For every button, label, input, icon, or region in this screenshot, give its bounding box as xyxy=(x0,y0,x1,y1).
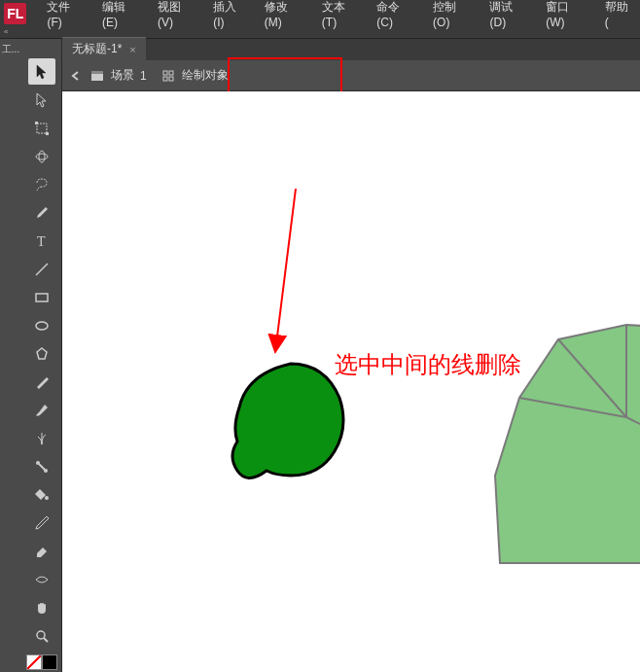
svg-rect-7 xyxy=(36,294,48,301)
eraser-tool[interactable] xyxy=(28,538,55,564)
tools-panel: T xyxy=(21,39,62,672)
menu-commands[interactable]: 命令(C) xyxy=(368,0,424,29)
document-tab[interactable]: 无标题-1* × xyxy=(62,37,146,60)
brush-tool[interactable] xyxy=(28,397,55,423)
annotation-highlight-box xyxy=(228,57,342,94)
svg-point-3 xyxy=(36,154,48,159)
stage-canvas[interactable]: 选中中间的线删除 xyxy=(62,91,640,672)
collapse-marker[interactable]: « xyxy=(4,27,8,36)
rectangle-tool[interactable] xyxy=(28,284,55,310)
menu-insert[interactable]: 插入(I) xyxy=(204,0,256,29)
annotation-arrow xyxy=(267,184,315,359)
svg-line-21 xyxy=(276,189,296,344)
svg-line-12 xyxy=(39,464,45,470)
text-tool[interactable]: T xyxy=(28,228,55,254)
menu-view[interactable]: 视图(V) xyxy=(149,0,204,29)
oval-tool[interactable] xyxy=(28,312,55,338)
menu-file[interactable]: 文件(F) xyxy=(38,0,92,29)
svg-rect-18 xyxy=(169,71,173,75)
svg-marker-9 xyxy=(37,348,47,359)
bone-tool[interactable] xyxy=(28,453,55,479)
menu-help[interactable]: 帮助( xyxy=(596,0,640,29)
lasso-tool[interactable] xyxy=(28,171,55,197)
back-arrow-icon[interactable] xyxy=(68,68,84,84)
stroke-swatch[interactable] xyxy=(26,654,42,670)
svg-rect-20 xyxy=(169,77,173,81)
polystar-tool[interactable] xyxy=(28,340,55,367)
green-polygon-shape[interactable] xyxy=(490,320,640,583)
3d-rotation-tool[interactable] xyxy=(28,143,55,169)
svg-rect-19 xyxy=(163,77,167,81)
menu-debug[interactable]: 调试(D) xyxy=(480,0,537,29)
pen-tool[interactable] xyxy=(28,199,55,226)
close-tab-icon[interactable]: × xyxy=(129,44,135,55)
svg-rect-2 xyxy=(46,132,49,135)
deco-tool[interactable] xyxy=(28,425,55,451)
paint-bucket-tool[interactable] xyxy=(28,481,55,508)
symbol-grid-icon xyxy=(160,68,176,84)
svg-rect-1 xyxy=(35,122,38,124)
menu-edit[interactable]: 编辑(E) xyxy=(93,0,149,29)
svg-line-15 xyxy=(44,638,48,642)
width-tool[interactable] xyxy=(28,566,55,592)
green-blob-shape[interactable] xyxy=(228,359,354,495)
menu-text[interactable]: 文本(T) xyxy=(313,0,368,29)
menu-window[interactable]: 窗口(W) xyxy=(537,0,595,29)
free-transform-tool[interactable] xyxy=(28,115,55,141)
svg-rect-17 xyxy=(163,71,167,75)
document-tab-title: 无标题-1* xyxy=(72,41,122,57)
menu-control[interactable]: 控制(O) xyxy=(424,0,480,29)
svg-rect-16 xyxy=(91,74,103,81)
scene-clapboard-icon xyxy=(89,68,105,84)
color-swatches[interactable] xyxy=(26,654,57,670)
hand-tool[interactable] xyxy=(28,594,55,620)
draw-object-label[interactable]: 绘制对象 xyxy=(182,67,229,84)
fill-swatch[interactable] xyxy=(42,654,57,670)
svg-text:T: T xyxy=(37,234,46,249)
eyedropper-tool[interactable] xyxy=(28,510,55,536)
sidebar-title: 工... xyxy=(0,41,21,58)
svg-point-14 xyxy=(37,631,45,639)
menu-modify[interactable]: 修改(M) xyxy=(256,0,313,29)
svg-point-13 xyxy=(45,496,49,500)
scene-label[interactable]: 场景 xyxy=(111,67,134,84)
scene-number: 1 xyxy=(140,69,147,83)
svg-line-6 xyxy=(36,264,48,275)
zoom-tool[interactable] xyxy=(28,622,55,649)
selection-tool[interactable] xyxy=(28,58,55,85)
pencil-tool[interactable] xyxy=(28,369,55,395)
line-tool[interactable] xyxy=(28,256,55,282)
svg-rect-0 xyxy=(37,124,47,133)
svg-point-8 xyxy=(36,322,48,330)
svg-point-4 xyxy=(39,151,45,162)
subselection-tool[interactable] xyxy=(28,87,55,113)
app-logo: FL xyxy=(4,3,26,24)
